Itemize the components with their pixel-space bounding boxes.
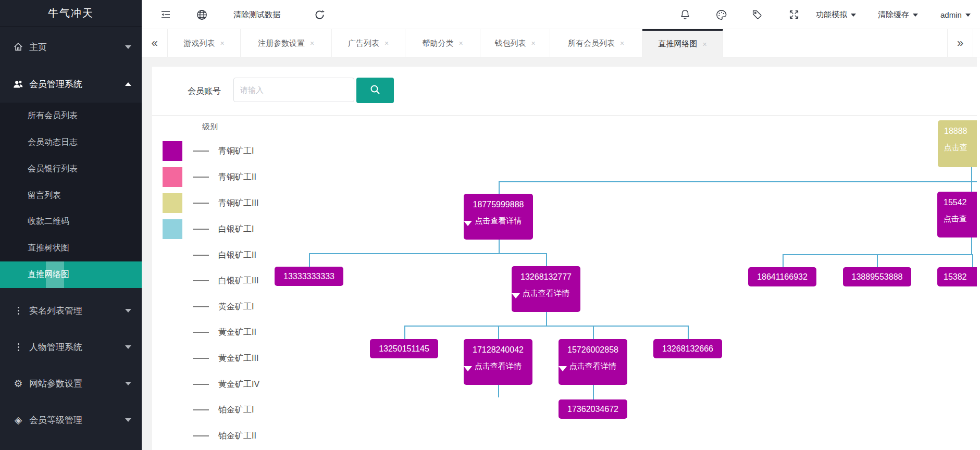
- legend-swatch: [163, 167, 182, 187]
- collapse-triangle-icon[interactable]: [464, 221, 472, 235]
- sidebar-item-realname[interactable]: 实名列表管理: [0, 292, 142, 329]
- tree-edge: [972, 254, 973, 267]
- member-node[interactable]: 15726002858 点击查看详情: [559, 339, 627, 385]
- legend-item[interactable]: 黄金矿工II: [163, 322, 319, 343]
- tree-edge: [404, 326, 405, 339]
- search-button[interactable]: [356, 78, 394, 103]
- close-icon[interactable]: ×: [620, 39, 624, 47]
- tree-edge: [498, 385, 499, 397]
- clear-cache-menu[interactable]: 清除缓存: [878, 0, 918, 29]
- legend-item[interactable]: 铂金矿工II: [163, 426, 319, 446]
- legend-item[interactable]: 黄金矿工I: [163, 296, 319, 317]
- theme-palette-icon[interactable]: [715, 0, 727, 29]
- sidebar-item-referral-tree[interactable]: 直推树状图: [0, 235, 142, 261]
- username: admin: [940, 10, 962, 19]
- member-node[interactable]: 13889553888: [843, 267, 911, 286]
- legend-item[interactable]: 黄金矿工III: [163, 348, 319, 369]
- legend-item[interactable]: 青铜矿工III: [163, 193, 319, 214]
- sidebar-item-member-banks[interactable]: 会员银行列表: [0, 156, 142, 182]
- refresh-icon[interactable]: [314, 0, 326, 29]
- referral-network-chart: 级别 青铜矿工I 青铜矿工II 青铜矿工III 白银矿工I 白银矿工II 白: [152, 116, 977, 450]
- sidebar-item-members[interactable]: 会员管理系统: [0, 66, 142, 103]
- tabs-scroll-left[interactable]: «: [142, 29, 168, 57]
- tree-edge: [593, 326, 594, 339]
- sidebar-item-characters[interactable]: 人物管理系统: [0, 329, 142, 365]
- sidebar-item-payment-qr[interactable]: 收款二维码: [0, 208, 142, 235]
- close-icon[interactable]: ×: [310, 39, 314, 47]
- close-icon[interactable]: ×: [384, 39, 389, 47]
- legend-swatch: [163, 193, 182, 213]
- tree-edge: [688, 326, 689, 339]
- member-node[interactable]: 13250151145: [370, 339, 438, 358]
- sidebar-toggle-icon[interactable]: [159, 0, 172, 29]
- search-section: 会员账号: [152, 67, 977, 116]
- member-node[interactable]: 15542 点击查: [937, 192, 977, 238]
- legend-item[interactable]: 黄金矿工IV: [163, 374, 319, 395]
- tabbar: « 游戏列表× 注册参数设置× 广告列表× 帮助分类× 钱包列表× 所有会员列表…: [142, 29, 980, 57]
- sidebar: 牛气冲天 主页 会员管理系统 所有会员列表 会员动态日志 会员银行列表 留言列表…: [0, 0, 142, 450]
- member-node[interactable]: 17362034672: [559, 399, 627, 419]
- tree-edge: [499, 240, 500, 253]
- close-icon[interactable]: ×: [531, 39, 535, 47]
- member-node[interactable]: 13333333333: [275, 267, 343, 286]
- legend-item[interactable]: 青铜矿工I: [163, 141, 319, 161]
- close-icon[interactable]: ×: [458, 39, 463, 47]
- tree-edge: [546, 312, 547, 326]
- tab-ad-list[interactable]: 广告列表×: [332, 29, 405, 57]
- function-sim-menu[interactable]: 功能模拟: [816, 0, 856, 29]
- member-node[interactable]: 15382: [937, 267, 977, 286]
- tag-icon[interactable]: [751, 0, 763, 29]
- tree-edge: [593, 385, 594, 399]
- sidebar-item-referral-network[interactable]: 直推网络图: [0, 261, 142, 288]
- search-label: 会员账号: [188, 67, 221, 116]
- sidebar-submenu: 所有会员列表 会员动态日志 会员银行列表 留言列表 收款二维码 直推树状图 直推…: [0, 103, 142, 288]
- tabs-scroll-right[interactable]: »: [947, 29, 973, 57]
- tab-all-members[interactable]: 所有会员列表×: [550, 29, 642, 57]
- collapse-triangle-icon[interactable]: [559, 366, 567, 380]
- close-icon[interactable]: ×: [702, 40, 706, 48]
- chevron-down-icon: [965, 14, 971, 17]
- collapse-triangle-icon[interactable]: [512, 293, 520, 307]
- tab-help-category[interactable]: 帮助分类×: [405, 29, 480, 57]
- sidebar-item-messages[interactable]: 留言列表: [0, 182, 142, 209]
- legend-item[interactable]: 白银矿工II: [163, 245, 319, 266]
- legend-item[interactable]: 铂金矿工I: [163, 399, 319, 420]
- sidebar-item-all-members[interactable]: 所有会员列表: [0, 103, 142, 129]
- chevron-down-icon: [851, 14, 856, 17]
- close-icon[interactable]: ×: [220, 39, 224, 47]
- tab-register-params[interactable]: 注册参数设置×: [241, 29, 332, 57]
- main-content: 会员账号 级别 青铜矿工I 青铜矿工II 青铜矿工III: [142, 57, 980, 450]
- tree-edge: [877, 254, 878, 267]
- language-globe-icon[interactable]: [196, 0, 208, 29]
- legend-swatch: [163, 141, 182, 161]
- dots-vertical-icon: [13, 341, 24, 353]
- sidebar-item-member-logs[interactable]: 会员动态日志: [0, 129, 142, 156]
- tab-referral-network[interactable]: 直推网络图×: [642, 29, 723, 57]
- member-node[interactable]: 13268132666: [653, 339, 722, 358]
- clear-test-data-button[interactable]: 清除测试数据: [233, 0, 280, 29]
- users-icon: [13, 79, 24, 90]
- chevron-up-icon: [125, 82, 131, 86]
- member-node[interactable]: 18888 点击查: [938, 120, 977, 167]
- member-node[interactable]: 13268132777 点击查看详情: [512, 266, 580, 312]
- sidebar-item-member-levels[interactable]: ◈ 会员等级管理: [0, 402, 142, 438]
- member-node[interactable]: 17128240042 点击查看详情: [464, 339, 532, 385]
- member-account-input[interactable]: [233, 78, 354, 102]
- member-node[interactable]: 18775999888 点击查看详情: [464, 194, 533, 240]
- chevron-down-icon: [125, 309, 131, 312]
- legend-swatch: [163, 219, 182, 239]
- sidebar-item-home[interactable]: 主页: [0, 28, 142, 66]
- user-menu[interactable]: admin: [940, 0, 971, 29]
- legend-item[interactable]: 青铜矿工II: [163, 167, 319, 188]
- notifications-bell-icon[interactable]: [679, 0, 691, 29]
- legend-item[interactable]: 白银矿工I: [163, 219, 319, 240]
- sidebar-item-site-params[interactable]: ⚙ 网站参数设置: [0, 365, 142, 402]
- tree-edge: [404, 326, 688, 327]
- tab-wallet-list[interactable]: 钱包列表×: [480, 29, 550, 57]
- chevron-down-icon: [125, 382, 131, 385]
- collapse-triangle-icon[interactable]: [464, 366, 472, 380]
- member-node[interactable]: 18641166932: [748, 267, 816, 286]
- sidebar-item-label: 会员管理系统: [29, 78, 82, 90]
- tab-game-list[interactable]: 游戏列表×: [168, 29, 241, 57]
- fullscreen-icon[interactable]: [788, 0, 800, 29]
